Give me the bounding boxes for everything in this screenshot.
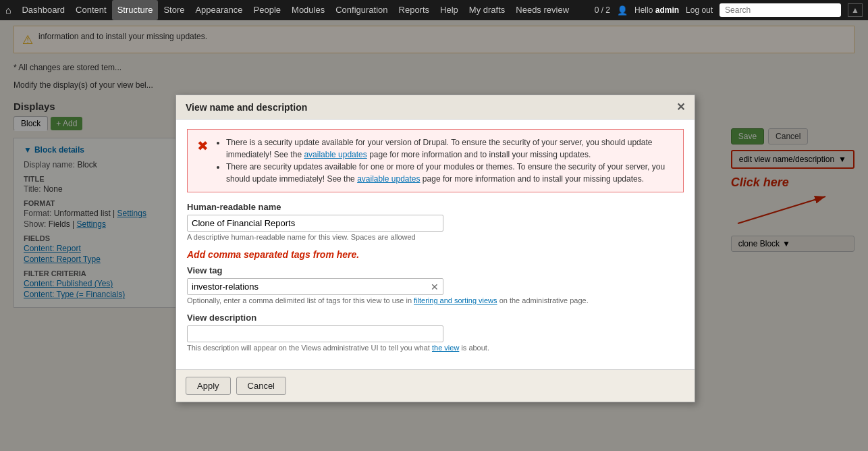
human-readable-name-hint: A descriptive human-readable name for th… [187, 233, 684, 241]
nav-help[interactable]: Help [435, 0, 464, 20]
main-content: ⚠ information and to install your missin… [0, 20, 868, 451]
nav-store[interactable]: Store [158, 0, 190, 20]
modal-cancel-button[interactable]: Cancel [236, 377, 286, 395]
human-readable-name-input[interactable] [187, 215, 443, 232]
nav-content[interactable]: Content [70, 0, 112, 20]
annotation-text: Add comma separated tags from here. [187, 249, 684, 260]
home-icon[interactable]: ⌂ [5, 5, 11, 16]
view-tag-label: View tag [187, 265, 684, 275]
error-circle-icon: ✖ [197, 138, 209, 154]
nav-people[interactable]: People [248, 0, 286, 20]
view-link[interactable]: the view [432, 344, 459, 352]
human-readable-name-label: Human-readable name [187, 202, 684, 212]
view-description-input[interactable] [187, 325, 443, 342]
view-description-group: View description This description will a… [187, 313, 684, 352]
user-counter: 0 / 2 [595, 5, 610, 15]
modal-error-text: There is a security update available for… [215, 136, 674, 185]
user-avatar-icon: 👤 [617, 5, 628, 16]
modal-header: View name and description ✕ [176, 95, 695, 120]
view-description-label: View description [187, 313, 684, 323]
modal-error-box: ✖ There is a security update available f… [187, 129, 684, 192]
nav-dashboard[interactable]: Dashboard [16, 0, 70, 20]
modal-body: ✖ There is a security update available f… [176, 120, 695, 369]
filtering-link[interactable]: filtering and sorting views [414, 296, 497, 304]
nav-modules[interactable]: Modules [286, 0, 330, 20]
nav-my-drafts[interactable]: My drafts [464, 0, 510, 20]
view-tag-input[interactable] [188, 279, 427, 294]
view-tag-group: View tag ✕ Optionally, enter a comma del… [187, 265, 684, 304]
available-updates-link-2[interactable]: available updates [357, 174, 420, 184]
view-tag-hint: Optionally, enter a comma delimited list… [187, 296, 684, 304]
nav-needs-review[interactable]: Needs review [510, 0, 574, 20]
modal-close-button[interactable]: ✕ [676, 101, 685, 113]
human-readable-name-group: Human-readable name A descriptive human-… [187, 202, 684, 241]
modal-footer: Apply Cancel [176, 369, 695, 402]
modal-title: View name and description [186, 102, 307, 113]
nav-configuration[interactable]: Configuration [330, 0, 393, 20]
nav-right-section: 0 / 2 👤 Hello admin Log out ▲ [595, 3, 863, 17]
view-name-modal: View name and description ✕ ✖ There is a… [175, 95, 695, 402]
view-description-hint: This description will appear on the View… [187, 344, 684, 352]
user-greeting: Hello admin [634, 5, 679, 15]
nav-appearance[interactable]: Appearance [190, 0, 248, 20]
nav-reports[interactable]: Reports [394, 0, 435, 20]
search-input[interactable] [720, 3, 841, 17]
available-updates-link-1[interactable]: available updates [304, 150, 367, 159]
nav-structure[interactable]: Structure [112, 0, 159, 20]
view-tag-input-wrap: ✕ [187, 278, 443, 295]
resize-button[interactable]: ▲ [848, 3, 863, 17]
logout-link[interactable]: Log out [686, 5, 713, 15]
top-navigation: ⌂ Dashboard Content Structure Store Appe… [0, 0, 868, 20]
modal-apply-button[interactable]: Apply [186, 377, 231, 395]
tag-clear-button[interactable]: ✕ [427, 282, 443, 292]
